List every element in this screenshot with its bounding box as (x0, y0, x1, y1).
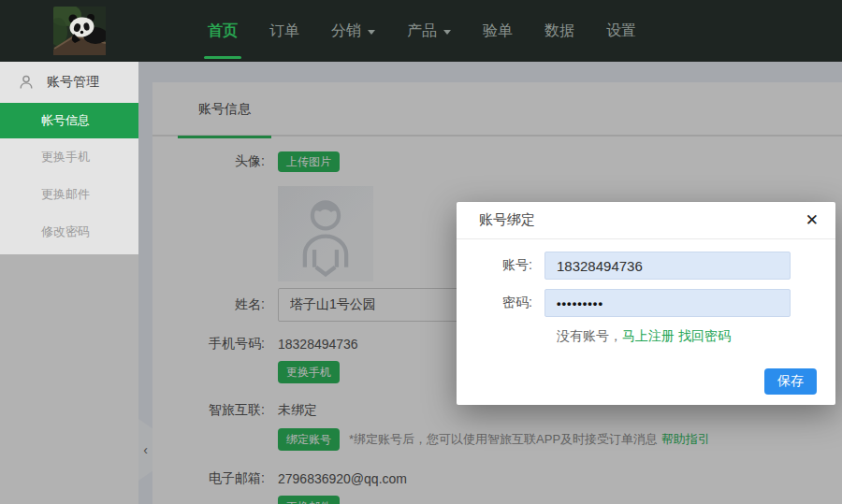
chevron-down-icon (368, 30, 375, 35)
recover-password-link[interactable]: 找回密码 (678, 328, 731, 343)
account-bind-modal: 账号绑定 ✕ 账号: 密码: 没有账号，马上注册 找回密码 保存 (457, 202, 835, 405)
nav-item-label: 分销 (331, 22, 361, 41)
modal-header: 账号绑定 ✕ (457, 202, 835, 239)
nav-item-label: 产品 (407, 22, 437, 41)
account-links: 没有账号，马上注册 找回密码 (557, 328, 835, 345)
nav-item-orders[interactable]: 订单 (254, 0, 315, 62)
nav-item-verify[interactable]: 验单 (467, 0, 529, 62)
password-input[interactable] (544, 289, 791, 317)
sidebar-item-label: 修改密码 (41, 223, 90, 240)
top-navbar: 首页 订单 分销 产品 验单 数据 设置 (0, 0, 842, 62)
password-label: 密码: (457, 295, 544, 311)
nav-item-home[interactable]: 首页 (192, 0, 254, 62)
sidebar-item-label: 更换手机 (41, 149, 90, 166)
nav-item-label: 数据 (544, 22, 574, 41)
nav-item-settings[interactable]: 设置 (590, 0, 652, 62)
nav-item-distribution[interactable]: 分销 (315, 0, 391, 62)
panda-logo-icon[interactable] (53, 7, 106, 55)
nav-item-data[interactable]: 数据 (529, 0, 590, 62)
nav-item-label: 首页 (208, 22, 238, 41)
sidebar-group-account[interactable]: 账号管理 (0, 62, 138, 103)
nav-item-label: 验单 (483, 22, 513, 41)
modal-title: 账号绑定 (479, 211, 535, 229)
modal-body: 账号: 密码: 没有账号，马上注册 找回密码 保存 (457, 252, 835, 345)
sidebar-item-change-password[interactable]: 修改密码 (0, 213, 138, 251)
main-nav: 首页 订单 分销 产品 验单 数据 设置 (192, 0, 652, 62)
nav-item-label: 订单 (269, 22, 299, 41)
person-icon (18, 74, 35, 91)
account-input[interactable] (544, 252, 791, 280)
sidebar-item-account-info[interactable]: 帐号信息 (0, 103, 138, 138)
save-button[interactable]: 保存 (764, 368, 817, 395)
sidebar-item-change-email[interactable]: 更换邮件 (0, 176, 138, 213)
no-account-text: 没有账号， (557, 328, 622, 343)
nav-item-label: 设置 (606, 22, 636, 41)
sidebar-menu: 账号管理 帐号信息 更换手机 更换邮件 修改密码 (0, 62, 138, 254)
sidebar-item-label: 帐号信息 (41, 112, 90, 129)
chevron-down-icon (443, 30, 451, 35)
sidebar-group-label: 账号管理 (47, 74, 99, 91)
sidebar-item-label: 更换邮件 (41, 186, 90, 203)
sidebar-item-change-phone[interactable]: 更换手机 (0, 138, 138, 176)
app-root: 首页 订单 分销 产品 验单 数据 设置 账号管理 帐号信息 更换手机 更换邮件… (0, 0, 842, 504)
nav-item-products[interactable]: 产品 (391, 0, 467, 62)
account-label: 账号: (457, 257, 544, 274)
close-icon[interactable]: ✕ (806, 212, 819, 228)
register-link[interactable]: 马上注册 (622, 328, 675, 343)
